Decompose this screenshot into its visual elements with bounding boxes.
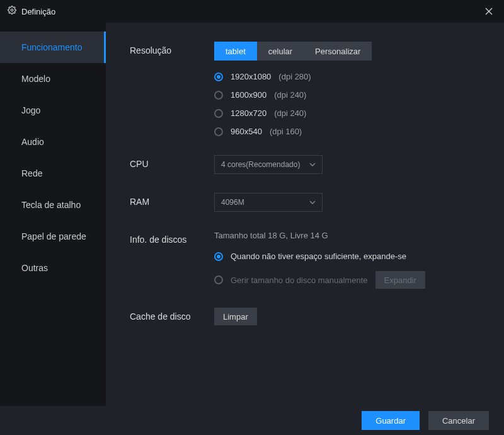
sidebar-item-papel[interactable]: Papel de parede	[0, 221, 106, 252]
sidebar-item-funcionamento[interactable]: Funcionamento	[0, 32, 106, 63]
ram-select[interactable]: 4096M	[214, 193, 323, 212]
resolution-tabs: tablet celular Personalizar	[214, 42, 504, 61]
radio-res: 1280x720	[231, 108, 266, 118]
gear-icon	[8, 6, 16, 17]
svg-point-0	[11, 9, 13, 11]
row-resolution: Resolução tablet celular Personalizar 19…	[130, 42, 504, 136]
footer: Guardar Cancelar	[0, 406, 504, 435]
sidebar-item-label: Jogo	[21, 105, 40, 115]
sidebar-item-rede[interactable]: Rede	[0, 158, 106, 189]
radio-1920x1080[interactable]: 1920x1080 (dpi 280)	[214, 72, 504, 81]
close-button[interactable]	[481, 4, 496, 19]
row-disk: Info. de discos Tamanho total 18 G, Livr…	[130, 231, 504, 289]
radio-res: 1600x900	[231, 90, 266, 100]
tab-label: tablet	[226, 47, 246, 56]
disk-manual-label: Gerir tamanho do disco manualmente	[231, 276, 368, 285]
titlebar: Definição	[0, 0, 504, 23]
tab-label: celular	[268, 47, 292, 56]
ram-value: 4096M	[221, 198, 244, 207]
expand-label: Expandir	[384, 276, 416, 285]
cache-content: Limpar	[214, 308, 504, 325]
disk-radio-auto[interactable]: Quando não tiver espaço suficiente, expa…	[214, 252, 504, 261]
sidebar-item-label: Tecla de atalho	[21, 200, 81, 210]
disk-label: Info. de discos	[130, 231, 214, 289]
tab-celular[interactable]: celular	[257, 42, 304, 61]
sidebar-item-label: Outras	[21, 263, 48, 273]
sidebar: Funcionamento Modelo Jogo Audio Rede Tec…	[0, 23, 106, 406]
radio-dpi: (dpi 240)	[274, 90, 306, 100]
tab-label: Personalizar	[315, 47, 360, 56]
radio-icon	[214, 109, 223, 118]
radio-dpi: (dpi 280)	[278, 72, 311, 81]
radio-res: 1920x1080	[231, 72, 271, 81]
sidebar-item-tecla[interactable]: Tecla de atalho	[0, 189, 106, 221]
cancel-label: Cancelar	[442, 416, 475, 426]
resolution-radios: 1920x1080 (dpi 280) 1600x900 (dpi 240) 1…	[214, 72, 504, 136]
sidebar-item-label: Funcionamento	[21, 42, 83, 52]
cpu-content: 4 cores(Recomendado)	[214, 155, 504, 174]
ram-content: 4096M	[214, 193, 504, 212]
cpu-value: 4 cores(Recomendado)	[221, 160, 300, 169]
close-icon	[485, 8, 493, 15]
clear-cache-button[interactable]: Limpar	[214, 308, 257, 325]
save-label: Guardar	[375, 416, 406, 426]
expand-button: Expandir	[375, 271, 425, 289]
disk-auto-label: Quando não tiver espaço suficiente, expa…	[231, 252, 406, 261]
window-title: Definição	[21, 7, 55, 16]
tab-personalizar[interactable]: Personalizar	[304, 42, 372, 61]
radio-icon	[214, 276, 223, 284]
radio-dpi: (dpi 240)	[274, 108, 306, 118]
disk-summary: Tamanho total 18 G, Livre 14 G	[214, 231, 504, 240]
cancel-button[interactable]: Cancelar	[428, 411, 489, 430]
tab-tablet[interactable]: tablet	[214, 42, 257, 61]
disk-radio-manual[interactable]: Gerir tamanho do disco manualmente Expan…	[214, 271, 504, 289]
title-left: Definição	[8, 6, 55, 17]
row-cache: Cache de disco Limpar	[130, 308, 504, 325]
radio-res: 960x540	[231, 127, 262, 136]
disk-radios: Quando não tiver espaço suficiente, expa…	[214, 252, 504, 289]
cpu-label: CPU	[130, 155, 214, 174]
sidebar-item-label: Modelo	[21, 74, 50, 84]
row-ram: RAM 4096M	[130, 193, 504, 212]
radio-1600x900[interactable]: 1600x900 (dpi 240)	[214, 90, 504, 100]
radio-icon	[214, 252, 223, 261]
chevron-down-icon	[309, 199, 316, 206]
sidebar-item-label: Audio	[21, 137, 44, 147]
disk-content: Tamanho total 18 G, Livre 14 G Quando nã…	[214, 231, 504, 289]
body: Funcionamento Modelo Jogo Audio Rede Tec…	[0, 23, 504, 406]
resolution-content: tablet celular Personalizar 1920x1080 (d…	[214, 42, 504, 136]
radio-1280x720[interactable]: 1280x720 (dpi 240)	[214, 108, 504, 118]
radio-960x540[interactable]: 960x540 (dpi 160)	[214, 127, 504, 136]
radio-dpi: (dpi 160)	[270, 127, 302, 136]
clear-label: Limpar	[223, 312, 248, 322]
sidebar-item-modelo[interactable]: Modelo	[0, 63, 106, 95]
sidebar-item-label: Papel de parede	[21, 231, 86, 241]
radio-icon	[214, 91, 223, 100]
sidebar-item-label: Rede	[21, 168, 42, 178]
radio-icon	[214, 127, 223, 136]
cpu-select[interactable]: 4 cores(Recomendado)	[214, 155, 323, 174]
main-panel: Resolução tablet celular Personalizar 19…	[106, 23, 504, 406]
radio-icon	[214, 72, 223, 81]
save-button[interactable]: Guardar	[362, 411, 420, 430]
sidebar-item-jogo[interactable]: Jogo	[0, 95, 106, 126]
ram-label: RAM	[130, 193, 214, 212]
sidebar-item-audio[interactable]: Audio	[0, 126, 106, 158]
resolution-label: Resolução	[130, 42, 214, 136]
row-cpu: CPU 4 cores(Recomendado)	[130, 155, 504, 174]
chevron-down-icon	[309, 161, 316, 168]
sidebar-item-outras[interactable]: Outras	[0, 252, 106, 284]
cache-label: Cache de disco	[130, 308, 214, 325]
